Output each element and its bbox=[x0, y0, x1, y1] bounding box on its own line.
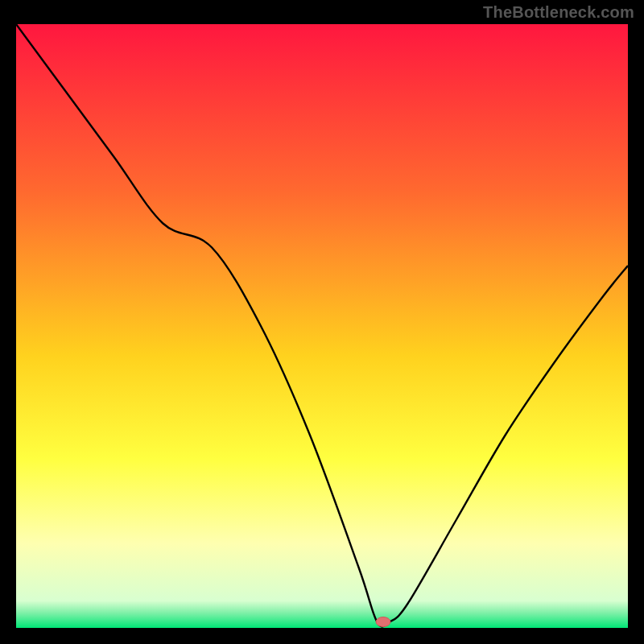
watermark-text: TheBottleneck.com bbox=[483, 3, 634, 22]
optimum-marker bbox=[376, 617, 390, 627]
bottleneck-chart bbox=[16, 24, 628, 628]
chart-frame: TheBottleneck.com bbox=[0, 0, 644, 644]
gradient-background bbox=[16, 24, 628, 628]
plot-area bbox=[16, 24, 628, 628]
